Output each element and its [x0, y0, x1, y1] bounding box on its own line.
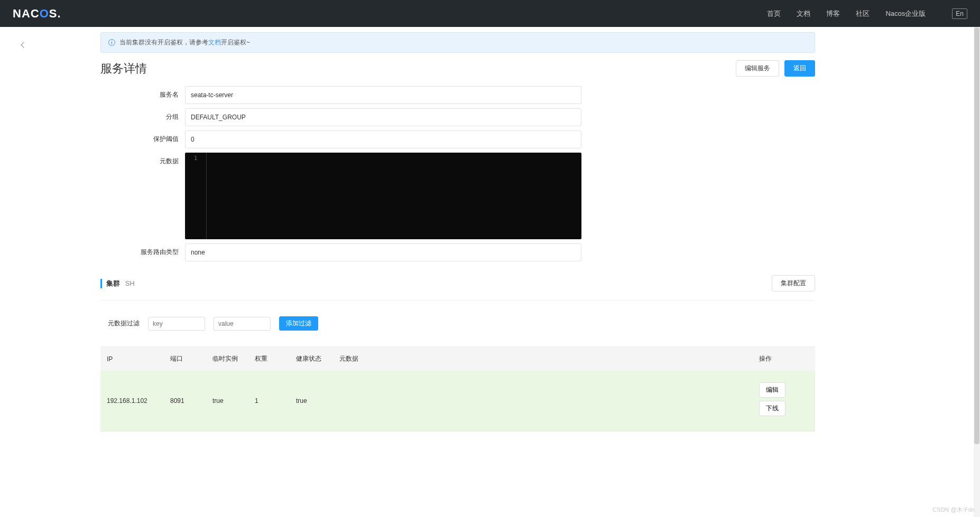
th-actions: 操作 — [753, 347, 815, 371]
row-offline-button[interactable]: 下线 — [759, 401, 785, 416]
cell-weight: 1 — [248, 371, 290, 431]
auth-alert: i 当前集群没有开启鉴权，请参考文档开启鉴权~ — [100, 32, 815, 53]
filter-value-input[interactable] — [214, 317, 271, 331]
nav-blog[interactable]: 博客 — [826, 9, 840, 18]
back-button[interactable]: 返回 — [784, 60, 815, 77]
th-weight: 权重 — [248, 347, 290, 371]
main-content: i 当前集群没有开启鉴权，请参考文档开启鉴权~ 服务详情 编辑服务 返回 服务名… — [48, 27, 830, 453]
info-icon: i — [108, 39, 115, 46]
threshold-input[interactable] — [185, 130, 581, 148]
th-metadata: 元数据 — [333, 347, 753, 371]
cluster-header: 集群 SH 集群配置 — [100, 275, 815, 300]
th-healthy: 健康状态 — [290, 347, 333, 371]
top-nav: NACOS. 首页 文档 博客 社区 Nacos企业版 En — [0, 0, 980, 27]
topnav-links: 首页 文档 博客 社区 Nacos企业版 En — [767, 8, 967, 19]
nav-community[interactable]: 社区 — [856, 9, 870, 18]
threshold-label: 保护阈值 — [100, 130, 185, 148]
line-number: 1 — [185, 153, 206, 162]
edit-service-button[interactable]: 编辑服务 — [736, 60, 779, 77]
cell-metadata — [333, 371, 753, 431]
alert-doc-link[interactable]: 文档 — [208, 39, 221, 46]
selector-label: 服务路由类型 — [100, 243, 185, 261]
chevron-left-icon[interactable] — [21, 42, 26, 48]
page-title: 服务详情 — [100, 61, 147, 77]
cluster-title: 集群 SH — [100, 279, 135, 288]
scrollbar-thumb[interactable] — [974, 27, 979, 444]
filter-label: 元数据过滤 — [108, 319, 140, 328]
cluster-title-text: 集群 — [106, 279, 120, 287]
sidebar — [0, 27, 48, 453]
selector-input[interactable] — [185, 243, 581, 261]
instances-table: IP 端口 临时实例 权重 健康状态 元数据 操作 192.168.1.102 … — [100, 346, 815, 431]
cluster-config-button[interactable]: 集群配置 — [772, 275, 815, 292]
group-label: 分组 — [100, 108, 185, 126]
add-filter-button[interactable]: 添加过滤 — [279, 316, 318, 331]
nav-enterprise[interactable]: Nacos企业版 — [885, 9, 926, 18]
table-header-row: IP 端口 临时实例 权重 健康状态 元数据 操作 — [100, 347, 815, 371]
metadata-editor[interactable]: 1 — [185, 153, 581, 239]
page-header: 服务详情 编辑服务 返回 — [100, 60, 815, 77]
cell-port: 8091 — [164, 371, 206, 431]
lang-toggle[interactable]: En — [952, 8, 967, 19]
nav-home[interactable]: 首页 — [767, 9, 781, 18]
metadata-filter-row: 元数据过滤 添加过滤 — [108, 316, 815, 331]
row-edit-button[interactable]: 编辑 — [759, 382, 785, 398]
alert-suffix: 开启鉴权~ — [221, 39, 250, 46]
service-name-label: 服务名 — [100, 86, 185, 104]
cell-ip: 192.168.1.102 — [100, 371, 164, 431]
cell-healthy: true — [290, 371, 333, 431]
filter-key-input[interactable] — [148, 317, 205, 331]
metadata-label: 元数据 — [100, 153, 185, 239]
cell-ephemeral: true — [206, 371, 248, 431]
logo: NACOS. — [13, 7, 61, 21]
nav-docs[interactable]: 文档 — [797, 9, 810, 18]
alert-prefix: 当前集群没有开启鉴权，请参考 — [119, 39, 208, 46]
cluster-name: SH — [125, 279, 135, 287]
group-input[interactable] — [185, 108, 581, 126]
th-ephemeral: 临时实例 — [206, 347, 248, 371]
cell-actions: 编辑 下线 — [753, 371, 815, 431]
scrollbar-vertical[interactable] — [974, 27, 980, 453]
th-ip: IP — [100, 347, 164, 371]
th-port: 端口 — [164, 347, 206, 371]
service-name-input[interactable] — [185, 86, 581, 104]
metadata-content[interactable] — [206, 153, 215, 239]
table-row: 192.168.1.102 8091 true 1 true 编辑 下线 — [100, 371, 815, 431]
